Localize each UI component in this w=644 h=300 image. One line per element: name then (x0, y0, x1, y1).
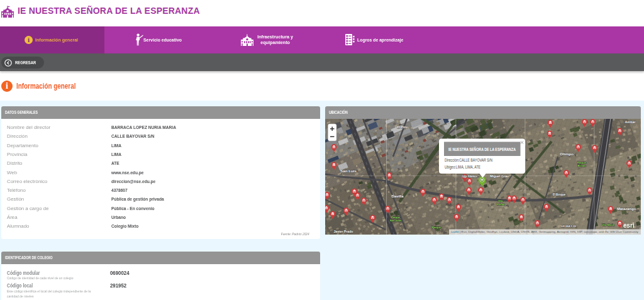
svg-text:Leaflet: Leaflet (451, 230, 459, 233)
svg-text:Olimpo: Olimpo (560, 152, 574, 156)
svg-text:San Luis: San Luis (340, 169, 357, 173)
svg-text:Parque: Parque (432, 226, 441, 229)
svg-text:San Juan: San Juan (390, 219, 402, 222)
svg-text:El Pino: El Pino (397, 125, 408, 129)
svg-text:Dirección:CALLE BAYOVAR S/N: Dirección:CALLE BAYOVAR S/N (445, 158, 492, 162)
svg-text:Matazango: Matazango (617, 207, 636, 211)
svg-text:IE NUESTRA SEÑORA DE LA ESPERA: IE NUESTRA SEÑORA DE LA ESPERANZA (448, 147, 516, 152)
svg-text:| Esri, DigitalGlobe, GeoEye,: | Esri, DigitalGlobe, GeoEye, i-cubed, U… (460, 230, 639, 233)
svg-text:Longa: Longa (497, 203, 505, 206)
svg-text:LH 064-1-30: LH 064-1-30 (561, 225, 576, 228)
svg-text:Miguel Grau: Miguel Grau (490, 174, 509, 178)
svg-text:Los Alamos: Los Alamos (462, 174, 477, 178)
svg-text:Ubigeo:LIMA, LIMA, ATE: Ubigeo:LIMA, LIMA, ATE (445, 165, 480, 170)
svg-text:Ambar: Ambar (625, 120, 636, 124)
svg-text:Javier Prado: Javier Prado (334, 230, 353, 233)
svg-text:esri: esri (623, 222, 635, 229)
svg-text:Brisas: Brisas (578, 164, 586, 167)
svg-text:El Bosque: El Bosque (553, 192, 565, 196)
svg-text:Vila Maria: Vila Maria (602, 223, 614, 226)
svg-text:Davilla: Davilla (392, 194, 404, 198)
